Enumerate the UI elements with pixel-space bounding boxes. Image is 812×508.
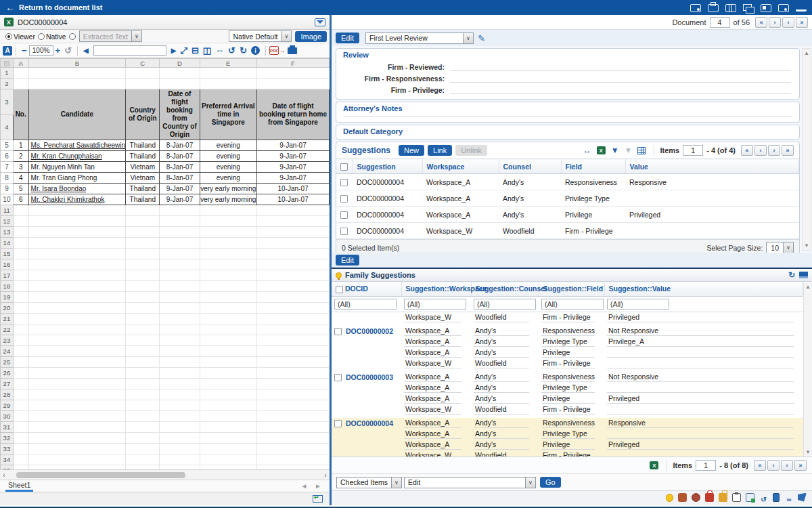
grid-view-icon[interactable] — [637, 147, 646, 154]
row-number-header[interactable]: 12 — [1, 216, 14, 227]
column-header[interactable]: Field — [561, 159, 625, 174]
empty-cell[interactable] — [126, 314, 160, 324]
empty-cell[interactable] — [256, 270, 329, 281]
new-button[interactable]: New — [399, 145, 424, 156]
empty-cell[interactable] — [160, 368, 200, 379]
family-row[interactable]: Workspace_AAndy'sPrivilege Type — [332, 383, 803, 394]
empty-cell[interactable] — [200, 444, 256, 454]
empty-cell[interactable] — [200, 411, 256, 422]
empty-cell[interactable] — [13, 335, 28, 346]
previous-page-icon[interactable]: ◀ — [83, 47, 89, 54]
empty-cell[interactable] — [28, 68, 126, 79]
empty-cell[interactable] — [126, 68, 160, 79]
default-category-title[interactable]: Default Category — [336, 125, 799, 139]
info-icon[interactable]: i — [251, 46, 260, 55]
go-button[interactable]: Go — [540, 477, 561, 488]
action-select[interactable]: Edit∨ — [404, 477, 536, 488]
next-page-icon[interactable]: ▶ — [171, 47, 177, 54]
empty-cell[interactable] — [28, 346, 126, 357]
empty-cell[interactable] — [200, 379, 256, 389]
pdf-export-icon[interactable]: PDF — [269, 46, 279, 55]
empty-cell[interactable] — [200, 281, 256, 292]
empty-cell[interactable] — [256, 389, 329, 400]
sheet-data-row[interactable]: 51Ms. Pencharat SawatdicheewinThailand8-… — [1, 140, 330, 151]
empty-cell[interactable] — [256, 68, 329, 79]
empty-cell[interactable] — [160, 314, 200, 324]
filter-input[interactable] — [607, 299, 669, 310]
lock-open-icon[interactable] — [719, 493, 727, 502]
column-header[interactable]: Suggestion — [353, 159, 422, 174]
empty-cell[interactable] — [13, 324, 28, 335]
empty-cell[interactable] — [256, 303, 329, 314]
print-icon[interactable] — [288, 47, 297, 54]
row-number-header[interactable]: 28 — [1, 389, 14, 400]
empty-cell[interactable] — [200, 368, 256, 379]
fit-width-icon[interactable]: ⇔ — [215, 45, 224, 56]
doc-first-button[interactable]: « — [755, 17, 767, 28]
empty-cell[interactable] — [28, 422, 126, 433]
empty-cell[interactable] — [256, 368, 329, 379]
scroll-left-icon[interactable]: ‹ — [3, 471, 5, 479]
column-letter-header[interactable]: B — [28, 59, 126, 68]
empty-cell[interactable] — [28, 433, 126, 444]
empty-cell[interactable] — [126, 270, 160, 281]
empty-cell[interactable] — [28, 205, 126, 216]
empty-cell[interactable] — [28, 292, 126, 303]
tag-icon[interactable] — [690, 4, 701, 12]
column-header[interactable]: Value — [625, 159, 799, 174]
empty-cell[interactable] — [13, 400, 28, 411]
fullscreen-icon[interactable]: ⤢ — [181, 45, 187, 56]
empty-cell[interactable] — [28, 238, 126, 249]
row-number-header[interactable]: 23 — [1, 335, 14, 346]
empty-cell[interactable] — [200, 249, 256, 259]
empty-cell[interactable] — [256, 444, 329, 454]
image-button[interactable]: Image — [295, 31, 327, 42]
facing-pages-icon[interactable]: ◫ — [203, 45, 211, 56]
empty-cell[interactable] — [200, 259, 256, 270]
zoom-in-icon[interactable]: + — [55, 45, 61, 56]
row-number-header[interactable]: 19 — [1, 292, 14, 303]
empty-cell[interactable] — [13, 368, 28, 379]
sheet-data-row[interactable]: 84Mr. Tran Giang PhongVietnam8-Jan-07eve… — [1, 173, 330, 184]
send-icon[interactable] — [798, 493, 807, 502]
row-number-header[interactable]: 2 — [1, 79, 14, 89]
empty-cell[interactable] — [28, 227, 126, 238]
empty-cell[interactable] — [28, 281, 126, 292]
empty-cell[interactable] — [126, 444, 160, 454]
suggestions-last-button[interactable]: » — [782, 145, 794, 156]
empty-cell[interactable] — [13, 303, 28, 314]
family-row[interactable]: Workspace_AAndy'sPrivilegePrivileged — [332, 440, 803, 450]
zoom-out-icon[interactable]: − — [22, 45, 27, 56]
empty-cell[interactable] — [126, 422, 160, 433]
popout-icon[interactable] — [778, 4, 789, 12]
expand-width-icon[interactable]: ↔ — [583, 146, 591, 155]
empty-cell[interactable] — [13, 216, 28, 227]
scroll-down-icon[interactable]: ▼ — [804, 241, 809, 250]
empty-cell[interactable] — [28, 357, 126, 368]
empty-cell[interactable] — [256, 79, 329, 89]
column-letter-header[interactable]: D — [160, 59, 200, 68]
column-letter-header[interactable]: C — [126, 59, 160, 68]
empty-cell[interactable] — [28, 249, 126, 259]
sheet-header-cell[interactable]: No. — [13, 89, 28, 140]
email-document-icon[interactable] — [315, 18, 325, 26]
empty-cell[interactable] — [200, 389, 256, 400]
lock-icon[interactable] — [705, 493, 714, 502]
empty-cell[interactable] — [13, 433, 28, 444]
empty-cell[interactable] — [28, 454, 126, 465]
empty-cell[interactable] — [13, 357, 28, 368]
empty-cell[interactable] — [126, 281, 160, 292]
empty-cell[interactable] — [200, 227, 256, 238]
empty-cell[interactable] — [126, 335, 160, 346]
docid-link[interactable]: DOC00000003 — [346, 373, 393, 381]
row-number-header[interactable]: 24 — [1, 346, 14, 357]
empty-cell[interactable] — [256, 259, 329, 270]
empty-cell[interactable] — [256, 346, 329, 357]
edit-layout-pencil-icon[interactable]: ✎ — [478, 33, 485, 43]
column-letter-header[interactable]: F — [256, 59, 329, 68]
empty-cell[interactable] — [160, 389, 200, 400]
empty-cell[interactable] — [126, 400, 160, 411]
empty-cell[interactable] — [160, 68, 200, 79]
cascade-icon[interactable] — [743, 4, 754, 12]
edit-button-lower[interactable]: Edit — [336, 255, 359, 266]
